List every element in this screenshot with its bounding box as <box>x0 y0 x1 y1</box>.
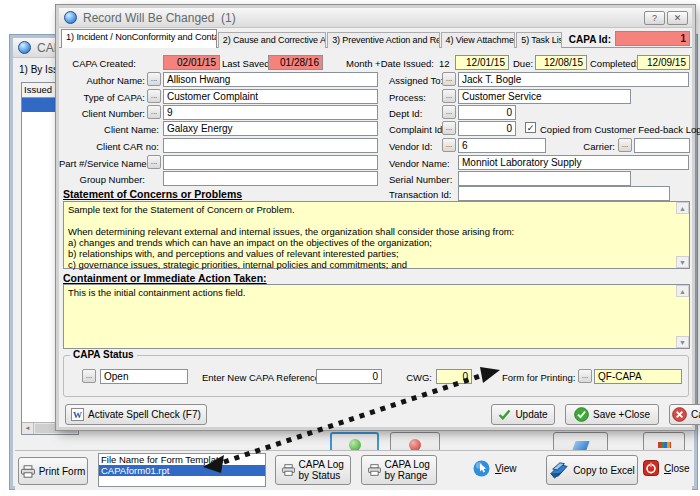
capa-id-field[interactable]: 1 <box>615 31 690 46</box>
tab-task-list[interactable]: 5) Task List <box>516 32 562 48</box>
statement-scroll-down-icon[interactable]: ▼ <box>676 256 689 268</box>
view-label: View <box>495 463 517 474</box>
completed-field[interactable]: 12/09/15 <box>637 55 690 70</box>
dept-id-browse-button[interactable]: ... <box>442 105 456 119</box>
vendor-name-field[interactable]: Monniot Laboratory Supply <box>458 155 689 170</box>
form-template-list[interactable]: File Name for Form Template CAPAform01.r… <box>98 453 266 487</box>
type-of-capa-field[interactable]: Customer Complaint <box>163 89 378 104</box>
client-number-field[interactable]: 9 <box>163 105 378 120</box>
complaint-id-label: Complaint Id: <box>389 124 439 135</box>
type-of-capa-browse-button[interactable]: ... <box>147 89 161 103</box>
copied-from-feedback-checkbox[interactable]: ✓ <box>525 122 536 133</box>
spell-check-label: Activate Spell Check (F7) <box>88 409 201 420</box>
dialog-tabstrip: 1) Incident / NonConformity and Containm… <box>61 29 563 48</box>
tab-preventive-action-review[interactable]: 3) Preventive Action and Review <box>327 32 439 48</box>
carrier-field[interactable] <box>634 138 690 153</box>
scroll-left-icon[interactable]: ◄ <box>22 423 34 434</box>
view-button[interactable]: View <box>473 460 517 477</box>
complaint-id-browse-button[interactable]: ... <box>442 121 456 135</box>
due-label: Due: <box>513 58 533 69</box>
statement-of-concerns-heading: Statement of Concerns or Problems <box>63 188 242 200</box>
view-cursor-icon <box>473 460 490 477</box>
serial-number-label: Serial Number: <box>389 174 449 185</box>
transaction-id-field[interactable] <box>458 186 670 201</box>
month-value: 12 <box>439 58 453 69</box>
vendor-id-browse-button[interactable]: ... <box>442 138 456 152</box>
form-for-printing-browse-button[interactable]: ... <box>578 369 592 383</box>
part-service-field[interactable] <box>163 155 378 170</box>
capa-status-legend: CAPA Status <box>70 349 137 360</box>
date-issued-field[interactable]: 12/01/15 <box>455 55 509 70</box>
vendor-id-field[interactable]: 6 <box>458 138 546 153</box>
file-list-selected-item[interactable]: CAPAform01.rpt <box>99 465 265 476</box>
author-name-label: Author Name: <box>59 75 145 86</box>
status-browse-button[interactable]: ... <box>82 369 96 383</box>
process-field[interactable]: Customer Service <box>458 89 631 104</box>
month-date-issued-label: Month +Date Issued: <box>344 58 434 69</box>
process-browse-button[interactable]: ... <box>442 89 456 103</box>
complaint-id-field[interactable]: 0 <box>458 121 516 136</box>
cwg-field[interactable]: 0 <box>436 369 472 384</box>
capa-created-field[interactable]: 02/01/15 <box>163 55 220 70</box>
containment-scroll-down-icon[interactable]: ▼ <box>676 336 689 348</box>
client-number-browse-button[interactable]: ... <box>147 105 161 119</box>
statement-scroll-up-icon[interactable]: ▲ <box>676 202 689 214</box>
save-close-button[interactable]: Save +Close <box>565 404 659 425</box>
containment-textarea[interactable]: This is the initial containment actions … <box>63 284 690 349</box>
cancel-button[interactable]: Cancel <box>669 404 700 425</box>
last-saved-label: Last Saved: <box>222 58 264 69</box>
assigned-to-browse-button[interactable]: ... <box>442 72 456 86</box>
process-label: Process: <box>389 92 439 103</box>
part-service-browse-button[interactable]: ... <box>147 155 161 169</box>
client-number-label: Client Number: <box>59 108 145 119</box>
copy-to-excel-button[interactable]: Copy to Excel <box>546 455 638 485</box>
statement-textarea[interactable]: Sample text for the Statement of Concern… <box>63 201 690 269</box>
group-number-label: Group Number: <box>59 174 145 185</box>
activate-spell-check-button[interactable]: W Activate Spell Check (F7) <box>65 404 207 425</box>
author-browse-button[interactable]: ... <box>147 72 161 86</box>
completed-label: Completed: <box>590 58 636 69</box>
cwg-label: CWG: <box>402 372 432 383</box>
assigned-to-field[interactable]: Jack T. Bogle <box>458 72 689 87</box>
author-name-field[interactable]: Allison Hwang <box>163 72 378 87</box>
dialog-titlebar[interactable]: Record Will Be Changed (1) ? ✕ <box>59 8 692 28</box>
assigned-to-label: Assigned To: <box>389 75 439 86</box>
serial-number-field[interactable] <box>458 171 631 186</box>
tab-incident-nonconformity[interactable]: 1) Incident / NonConformity and Containm… <box>61 29 217 48</box>
capa-log-by-status-button[interactable]: CAPA Log by Status <box>275 455 351 485</box>
copy-to-excel-label: Copy to Excel <box>573 465 635 476</box>
dialog-close-button[interactable]: ✕ <box>667 11 688 25</box>
capa-log-by-status-label: CAPA Log by Status <box>299 459 345 481</box>
vendor-id-label: Vendor Id: <box>389 141 439 152</box>
blue-sheet-icon <box>572 441 589 450</box>
last-saved-field[interactable]: 01/28/16 <box>268 55 323 70</box>
status-field[interactable]: Open <box>100 369 188 384</box>
dialog-title: Record Will Be Changed (1) <box>83 11 236 25</box>
dept-id-field[interactable]: 0 <box>458 105 516 120</box>
file-list-header: File Name for Form Template <box>99 454 265 465</box>
dialog-help-button[interactable]: ? <box>644 11 665 25</box>
client-car-no-field[interactable] <box>163 138 378 153</box>
due-field[interactable]: 12/08/15 <box>535 55 587 70</box>
print-form-button[interactable]: Print Form <box>18 457 88 485</box>
update-button[interactable]: Update <box>491 404 555 425</box>
word-w-icon: W <box>71 408 84 421</box>
capa-status-groupbox: CAPA Status ... Open Enter New CAPA Refe… <box>63 355 689 397</box>
carrier-browse-button[interactable]: ... <box>618 138 632 152</box>
close-label: Close <box>664 463 690 474</box>
colorful-chart-icon <box>658 442 671 448</box>
group-number-field[interactable] <box>163 171 378 186</box>
copy-to-excel-icon <box>549 461 569 479</box>
transaction-id-label: Transaction Id: <box>389 189 451 200</box>
tab-cause-corrective-action[interactable]: 2) Cause and Corrective Action <box>218 32 326 48</box>
client-name-field[interactable]: Galaxy Energy <box>163 121 378 136</box>
containment-scroll-up-icon[interactable]: ▲ <box>676 285 689 297</box>
tab-view-attachments[interactable]: 4) View Attachments <box>441 32 516 48</box>
record-will-be-changed-dialog: Record Will Be Changed (1) ? ✕ 1) Incide… <box>56 5 695 430</box>
new-capa-ref-field[interactable]: 0 <box>316 369 382 384</box>
carrier-label: Carrier: <box>583 141 615 152</box>
form-for-printing-field[interactable]: QF-CAPA <box>594 369 682 384</box>
capa-log-by-range-button[interactable]: CAPA Log by Range <box>361 455 437 485</box>
close-button[interactable]: Close <box>643 460 690 476</box>
dialog-globe-icon <box>64 11 77 24</box>
